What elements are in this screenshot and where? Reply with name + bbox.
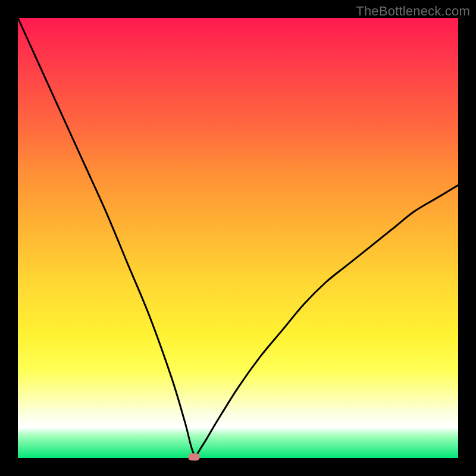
curve-svg <box>18 18 458 458</box>
chart-frame: TheBottleneck.com <box>0 0 476 476</box>
attribution-text: TheBottleneck.com <box>356 4 470 19</box>
vertex-marker <box>188 453 200 461</box>
bottleneck-curve <box>18 18 458 455</box>
plot-area <box>18 18 458 458</box>
